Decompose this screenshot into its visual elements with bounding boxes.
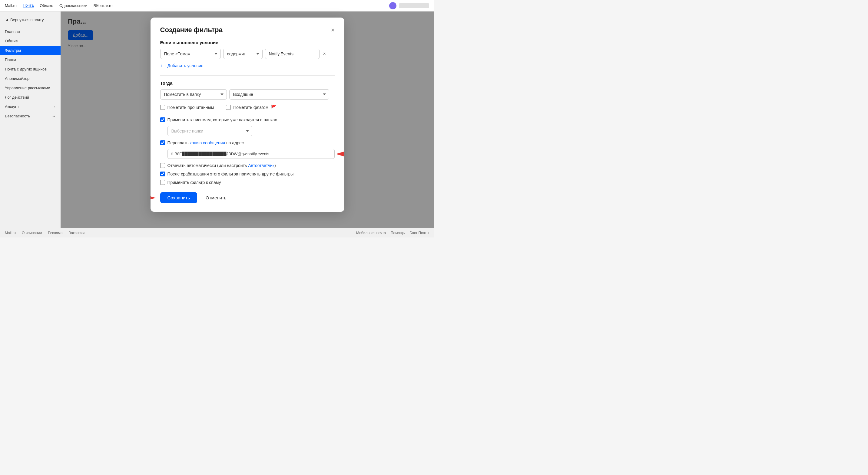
sidebar-item-security[interactable]: Безопасность →	[0, 111, 61, 121]
svg-marker-0	[336, 150, 344, 158]
mark-flag-row: Пометить флагом 🚩	[226, 104, 277, 110]
autoreply-row: Отвечать автоматически (или настроить Ав…	[160, 163, 335, 168]
then-section-label: Тогда	[160, 80, 335, 86]
red-arrow-email-icon	[336, 150, 344, 158]
apply-spam-row: Применять фильтр к спаму	[160, 180, 335, 185]
user-name-bar	[399, 3, 429, 8]
autoreply-checkbox[interactable]	[160, 163, 165, 168]
create-filter-modal: Создание фильтра × Если выполнено услови…	[151, 18, 344, 212]
forward-row: Переслать копию сообщения на адрес	[160, 140, 335, 145]
autoreply-link[interactable]: Автоответчик	[248, 163, 274, 168]
email-address-input[interactable]	[167, 149, 335, 159]
email-wrapper	[160, 149, 335, 159]
sidebar-item-papki[interactable]: Папки	[0, 55, 61, 64]
red-arrow-save-icon	[151, 194, 156, 202]
nav-mailru[interactable]: Mail.ru	[5, 3, 17, 8]
sidebar-item-filtry[interactable]: Фильтры	[0, 46, 61, 55]
nav-oblako[interactable]: Облако	[40, 3, 53, 8]
folder-dropdown[interactable]: Выберите папки	[167, 126, 252, 136]
flag-icon: 🚩	[271, 104, 277, 110]
mark-flag-label: Пометить флагом	[233, 105, 268, 110]
condition-section-label: Если выполнено условие	[160, 40, 335, 45]
nav-vkontakte[interactable]: ВКонтакте	[94, 3, 113, 8]
forward-checkbox[interactable]	[160, 140, 165, 145]
section-divider	[160, 75, 335, 76]
apply-existing-label: Применить к письмам, которые уже находят…	[167, 117, 277, 122]
cancel-button[interactable]: Отменить	[201, 192, 231, 203]
footer-help[interactable]: Помощь	[391, 231, 405, 235]
action-row: Поместить в папку Входящие	[160, 89, 335, 100]
autoreply-prefix: Отвечать автоматически (или настроить	[167, 163, 248, 168]
condition-operator-select[interactable]: содержит	[223, 49, 262, 59]
nav-odnoklassniki[interactable]: Одноклассники	[59, 3, 88, 8]
footer-mobile[interactable]: Мобильная почта	[356, 231, 386, 235]
main-layout: ◄ Вернуться в почту Главная Общие Фильтр…	[0, 11, 434, 228]
sidebar-item-account[interactable]: Аккаунт →	[0, 102, 61, 111]
autoreply-label: Отвечать автоматически (или настроить Ав…	[167, 163, 276, 168]
mark-read-label: Пометить прочитанным	[167, 105, 214, 110]
checkbox-row-1: Пометить прочитанным Пометить флагом 🚩	[160, 104, 335, 114]
footer-blog[interactable]: Блог Почты	[409, 231, 429, 235]
nav-pochta[interactable]: Почта	[23, 3, 34, 8]
add-condition-label: + Добавить условие	[164, 63, 204, 68]
add-condition-icon: +	[160, 63, 163, 68]
sidebar-item-anon[interactable]: Анонимайзер	[0, 74, 61, 83]
footer-about[interactable]: О компании	[22, 231, 42, 235]
apply-other-filters-row: После срабатывания этого фильтра применя…	[160, 172, 335, 176]
bottom-bar: Mail.ru О компании Реклама Вакансии Моби…	[0, 228, 434, 238]
account-arrow-icon: →	[52, 104, 56, 109]
footer-vacancies[interactable]: Вакансии	[68, 231, 85, 235]
condition-value-input[interactable]	[265, 49, 319, 59]
apply-other-filters-label: После срабатывания этого фильтра применя…	[167, 172, 294, 176]
bottom-bar-right: Мобильная почта Помощь Блог Почты	[356, 231, 429, 235]
mark-read-row: Пометить прочитанным	[160, 104, 214, 110]
condition-remove-button[interactable]: ×	[322, 50, 327, 58]
sidebar: ◄ Вернуться в почту Главная Общие Фильтр…	[0, 11, 61, 228]
email-row	[167, 149, 335, 159]
sidebar-item-manage-subscriptions[interactable]: Управление рассылками	[0, 83, 61, 93]
save-btn-wrapper: Сохранить	[160, 192, 197, 203]
add-condition-button[interactable]: + + Добавить условие	[160, 62, 204, 69]
sidebar-item-other-mail[interactable]: Почта с других ящиков	[0, 64, 61, 74]
security-arrow-icon: →	[52, 114, 56, 118]
modal-title: Создание фильтра	[160, 26, 223, 34]
save-button[interactable]: Сохранить	[160, 192, 197, 203]
back-arrow-icon: ◄	[5, 18, 8, 22]
footer-ads[interactable]: Реклама	[48, 231, 62, 235]
top-nav-right	[389, 2, 429, 9]
mark-flag-checkbox[interactable]	[226, 105, 231, 110]
apply-existing-checkbox[interactable]	[160, 117, 165, 122]
sidebar-item-log[interactable]: Лог действий	[0, 93, 61, 102]
action-type-select[interactable]: Поместить в папку	[160, 89, 227, 100]
modal-close-button[interactable]: ×	[331, 27, 335, 33]
svg-marker-1	[151, 194, 156, 202]
sidebar-back-label: Вернуться в почту	[10, 18, 44, 22]
content-area: Пра... Добав... У вас по... Создание фил…	[61, 11, 434, 228]
condition-row: Поле «Тема» содержит ×	[160, 49, 335, 59]
apply-other-filters-checkbox[interactable]	[160, 172, 165, 176]
apply-spam-checkbox[interactable]	[160, 180, 165, 185]
mark-read-checkbox[interactable]	[160, 105, 165, 110]
modal-header: Создание фильтра ×	[160, 26, 335, 34]
forward-suffix: на адрес	[225, 140, 244, 145]
folder-select[interactable]: Входящие	[229, 89, 329, 100]
forward-prefix: Переслать	[167, 140, 190, 145]
sidebar-item-obshchie[interactable]: Общие	[0, 36, 61, 46]
sidebar-item-glavnaya[interactable]: Главная	[0, 27, 61, 36]
modal-footer: Сохранить Отменить	[160, 192, 335, 203]
forward-label: Переслать копию сообщения на адрес	[167, 140, 244, 145]
condition-field-select[interactable]: Поле «Тема»	[160, 49, 221, 59]
apply-existing-row: Применить к письмам, которые уже находят…	[160, 117, 335, 122]
folder-select-row: Выберите папки	[160, 126, 335, 136]
footer-mailru[interactable]: Mail.ru	[5, 231, 16, 235]
sidebar-back[interactable]: ◄ Вернуться в почту	[0, 15, 61, 25]
top-nav: Mail.ru Почта Облако Одноклассники ВКонт…	[0, 0, 434, 11]
avatar	[389, 2, 397, 9]
apply-spam-label: Применять фильтр к спаму	[167, 180, 221, 185]
autoreply-suffix: )	[274, 163, 276, 168]
copy-message-link[interactable]: копию сообщения	[190, 140, 225, 145]
